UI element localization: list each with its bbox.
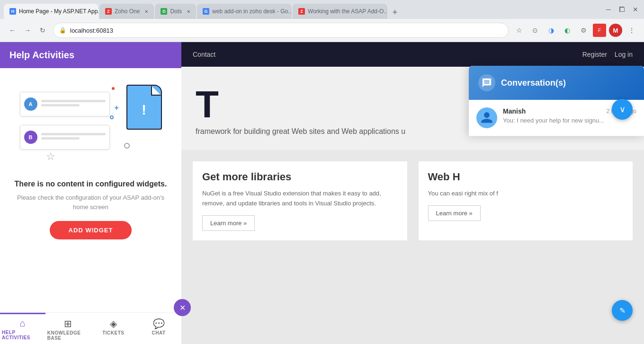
address-bar: ← → ↻ 🔒 localhost:60813 ☆ ⊙ ◑ ◐ ⚙ F M ⋮ [0,19,644,42]
card-1-title: Web H [428,171,624,183]
avatar-b: B [24,131,37,144]
login-link[interactable]: Log in [615,51,633,58]
card-1-text: You can easi right mix of f [428,189,624,199]
reload-button[interactable]: ↻ [36,24,49,37]
toolbar-icons: ☆ ⊙ ◑ ◐ ⚙ F M ⋮ [512,24,638,37]
asap-title: Help Activities [9,50,172,61]
tab-favicon-0: H [9,8,16,15]
dot-blue-outline [110,115,114,119]
asap-header: Help Activities [0,42,181,68]
menu-icon[interactable]: ⋮ [625,24,638,37]
new-tab-button[interactable]: + [388,6,402,19]
minimize-icon[interactable]: ─ [606,6,611,13]
asap-content: A B ☆ [0,68,181,312]
tab-close-1[interactable]: ✕ [144,9,148,14]
nav-tickets[interactable]: ◈ TICKETS [91,313,136,344]
contact-link[interactable]: Contact [193,51,215,58]
doc-lines-b [41,133,106,141]
browser-chrome: H Home Page - My ASP.NET App... ✕ Z Zoho… [0,0,644,42]
float-compose-button[interactable]: ✎ [612,300,633,321]
cards-section: Get more libraries NuGet is a free Visua… [181,150,644,252]
file-warning-symbol: ! [142,102,146,118]
conversation-title: Conversation(s) [501,78,566,88]
float-chevron-button[interactable]: ∨ [612,99,633,120]
add-widget-button[interactable]: ADD WIDGET [50,221,132,239]
learn-more-button-0[interactable]: Learn more » [202,215,255,231]
profile-icon[interactable]: M [609,24,622,37]
ext2-icon[interactable]: ◑ [545,24,558,37]
compose-icon: ✎ [619,306,626,315]
avatar-a: A [24,97,37,111]
tab-favicon-1: Z [105,8,112,15]
home-icon: ⌂ [20,318,26,329]
window-controls: ─ ⧠ ✕ [600,0,644,19]
flash-icon[interactable]: F [593,24,606,37]
ext1-icon[interactable]: ⊙ [528,24,542,37]
tab-bar: H Home Page - My ASP.NET App... ✕ Z Zoho… [0,0,600,19]
no-content-desc: Please check the configuration of your A… [9,193,172,212]
nav-help-activities[interactable]: ⌂ HELP ACTIVITIES [0,313,45,344]
tab-close-2[interactable]: ✕ [187,9,190,14]
nav-chat[interactable]: 💬 CHAT [136,313,181,344]
forward-button[interactable]: → [21,24,34,37]
site-nav-right: Register Log in [582,51,633,58]
tab-favicon-4: Z [298,8,305,15]
tab-label-0: Home Page - My ASP.NET App... [19,8,98,15]
ext4-icon[interactable]: ⚙ [577,24,590,37]
site-navbar: Contact Register Log in [181,42,644,67]
conv-avatar-0 [476,107,497,128]
register-link[interactable]: Register [582,51,607,58]
nav-tickets-label: TICKETS [102,330,124,335]
back-button[interactable]: ← [6,24,19,37]
dot-red [112,87,115,90]
url-text: localhost:60813 [70,27,113,34]
nav-knowledge-base[interactable]: ⊞ KNOWLEDGE BASE [45,313,91,344]
tickets-icon: ◈ [110,318,117,329]
close-window-icon[interactable]: ✕ [633,6,638,13]
ext3-icon[interactable]: ◐ [561,24,574,37]
conversation-icon [478,74,495,91]
asap-bottom-nav: ⌂ HELP ACTIVITIES ⊞ KNOWLEDGE BASE ◈ TIC… [0,312,181,344]
tab-label-4: Working with the ASAP Add-O... [308,8,387,15]
nav-chat-label: CHAT [152,330,166,335]
card-0: Get more libraries NuGet is a free Visua… [193,161,407,240]
tab-label-3: web add-on in zoho desk - Go... [212,8,292,15]
tab-0[interactable]: H Home Page - My ASP.NET App... ✕ [4,4,98,19]
tab-1[interactable]: Z Zoho One ✕ [99,4,154,19]
nav-buttons: ← → ↻ [6,24,49,37]
asap-sidebar: Help Activities A B [0,42,181,344]
file-icon-large: ! [126,85,162,130]
star-icon: ☆ [46,150,55,163]
tab-4[interactable]: Z Working with the ASAP Add-O... ✕ [293,4,387,19]
site-nav-links: Contact [193,51,215,58]
card-0-text: NuGet is a free Visual Studio extension … [202,189,398,209]
plus-sign: + [115,104,119,112]
learn-more-button-1[interactable]: Learn more » [428,205,481,221]
tab-label-1: Zoho One [115,8,140,15]
chevron-down-icon: ∨ [619,104,626,115]
tab-label-2: Dots [170,8,182,15]
tab-favicon-3: G [203,8,209,15]
bookmark-icon[interactable]: ☆ [512,24,526,37]
card-1: Web H You can easi right mix of f Learn … [419,161,633,240]
maximize-icon[interactable]: ⧠ [618,6,625,13]
conv-name-0: Manish [503,107,526,115]
ring [124,143,130,149]
tab-2[interactable]: D Dots ✕ [155,4,196,19]
main-layout: Help Activities A B [0,42,644,344]
no-content-title: There is no content in configured widget… [15,180,167,188]
nav-help-activities-label: HELP ACTIVITIES [2,330,44,340]
tab-favicon-2: D [161,8,167,15]
doc-lines-a [41,100,106,108]
illustration: A B ☆ [15,78,167,172]
url-bar[interactable]: 🔒 localhost:60813 [53,23,509,38]
conv-preview-0: You: I need your help for new signu... [503,117,617,124]
close-asap-button[interactable]: ✕ [174,299,191,316]
card-0-title: Get more libraries [202,171,398,183]
conversation-header: Conversation(s) [469,66,644,100]
nav-knowledge-base-label: KNOWLEDGE BASE [47,330,89,341]
lock-icon: 🔒 [59,27,66,34]
chat-icon: 💬 [153,318,165,329]
knowledge-base-icon: ⊞ [64,318,72,329]
tab-3[interactable]: G web add-on in zoho desk - Go... ✕ [197,4,292,19]
